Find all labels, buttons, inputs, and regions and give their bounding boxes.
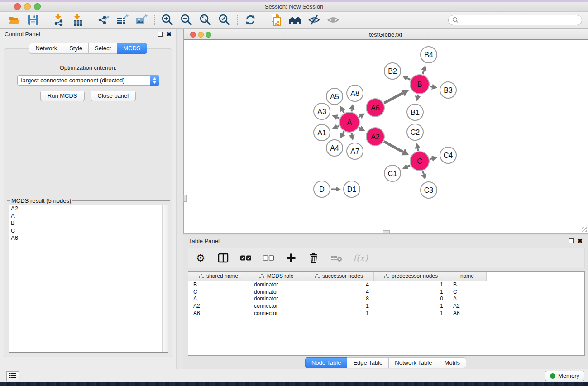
mcds-result-list[interactable]: A2ABCA6 — [9, 205, 168, 353]
open-session-button[interactable] — [7, 13, 21, 27]
graph-edge[interactable] — [337, 117, 339, 118]
graph-edge[interactable] — [418, 148, 418, 151]
column-header-name[interactable]: name — [448, 272, 487, 281]
table-cell[interactable]: dominator — [249, 281, 304, 288]
table-cell[interactable]: C — [448, 289, 487, 295]
search-input[interactable] — [461, 17, 578, 23]
tab-network[interactable]: Network — [29, 43, 63, 54]
graph-edge[interactable] — [351, 133, 352, 135]
resize-grip-icon[interactable] — [582, 227, 587, 232]
frame-resize-handle[interactable] — [383, 230, 390, 234]
show-graphics-details-button[interactable] — [326, 13, 340, 27]
result-item[interactable]: B — [9, 219, 168, 227]
table-cell[interactable]: A6 — [188, 310, 249, 316]
network-canvas[interactable]: AA6A2BCA5A8A3A1A4A7B2B4B3B1C2C1C4C3DD1 — [184, 40, 588, 233]
select-all-columns-button[interactable] — [240, 252, 252, 264]
unselect-all-columns-button[interactable] — [263, 252, 274, 264]
delete-column-button[interactable] — [308, 252, 320, 264]
hide-graphics-details-button[interactable] — [307, 13, 321, 27]
float-panel-icon[interactable] — [158, 32, 163, 37]
graph-edge[interactable] — [351, 110, 352, 112]
close-panel-button[interactable]: Close panel — [91, 91, 136, 101]
column-header-predecessor-nodes[interactable]: predecessor nodes — [374, 272, 448, 281]
import-table-button[interactable] — [71, 13, 85, 27]
tab-motifs[interactable]: Motifs — [438, 357, 466, 368]
table-row[interactable]: A2connector11A2 — [188, 302, 584, 310]
tab-node-table[interactable]: Node Table — [305, 357, 348, 368]
float-table-panel-icon[interactable] — [569, 238, 574, 243]
table-cell[interactable]: dominator — [249, 295, 304, 302]
table-cell[interactable]: 1 — [374, 303, 448, 309]
table-cell[interactable]: B — [448, 281, 487, 288]
close-panel-icon[interactable]: ✖ — [167, 32, 172, 37]
table-cell[interactable]: 1 — [374, 281, 448, 288]
table-cell[interactable]: dominator — [249, 289, 304, 295]
table-cell[interactable]: A2 — [188, 303, 249, 309]
delete-table-button[interactable] — [330, 252, 342, 264]
graph-edge[interactable] — [384, 93, 403, 103]
zoom-out-button[interactable] — [180, 13, 193, 27]
result-item[interactable]: A2 — [9, 205, 168, 212]
graph-edge[interactable] — [384, 142, 403, 152]
create-column-button[interactable] — [285, 252, 297, 264]
column-header-MCDS-role[interactable]: MCDS role — [249, 272, 304, 281]
graph-edge[interactable] — [343, 132, 344, 134]
panel-splitter[interactable] — [177, 29, 183, 369]
export-table-button[interactable] — [116, 13, 129, 27]
memory-button[interactable]: Memory — [545, 371, 584, 381]
show-panels-button[interactable] — [6, 371, 19, 381]
graph-edge[interactable] — [423, 171, 424, 174]
column-layout-button[interactable] — [217, 252, 229, 264]
table-cell[interactable]: 1 — [374, 289, 448, 295]
table-settings-button[interactable]: ⚙ — [195, 252, 206, 264]
import-network-button[interactable] — [52, 13, 66, 27]
table-cell[interactable]: connector — [249, 303, 304, 309]
table-cell[interactable]: A — [448, 295, 487, 302]
frame-resize-handle[interactable] — [183, 195, 187, 202]
run-mcds-button[interactable]: Run MCDS — [40, 91, 85, 101]
table-cell[interactable]: 1 — [304, 303, 374, 309]
tab-edge-table[interactable]: Edge Table — [347, 357, 389, 368]
tab-network-table[interactable]: Network Table — [388, 357, 438, 368]
node-table[interactable]: shared nameMCDS rolesuccessor nodesprede… — [188, 271, 585, 356]
zoom-selected-button[interactable] — [218, 13, 231, 27]
table-cell[interactable]: C — [188, 289, 249, 295]
export-network-button[interactable] — [97, 13, 110, 27]
table-row[interactable]: Adominator80A — [188, 295, 584, 303]
graph-edge[interactable] — [418, 95, 418, 96]
result-item[interactable]: A6 — [9, 234, 168, 242]
result-item[interactable]: A — [9, 212, 168, 219]
zoom-in-button[interactable] — [161, 13, 174, 27]
refresh-view-button[interactable] — [244, 13, 257, 27]
graph-edge[interactable] — [337, 126, 339, 127]
tab-mcds[interactable]: MCDS — [117, 43, 147, 54]
graph-edge[interactable] — [359, 128, 360, 129]
table-cell[interactable]: connector — [249, 310, 304, 316]
table-row[interactable]: Bdominator41B — [188, 281, 584, 288]
scrollbar[interactable] — [162, 205, 168, 352]
table-cell[interactable]: 1 — [304, 310, 374, 316]
network-window-titlebar[interactable]: testGlobe.txt — [184, 29, 588, 40]
table-cell[interactable]: 8 — [304, 295, 374, 302]
graph-edge[interactable] — [407, 165, 410, 167]
tab-select[interactable]: Select — [88, 43, 117, 54]
search-field[interactable] — [448, 15, 582, 25]
graph-edge[interactable] — [343, 110, 344, 113]
graph-edge[interactable] — [359, 116, 360, 117]
graph-edge[interactable] — [430, 86, 432, 87]
table-cell[interactable]: 0 — [374, 295, 448, 302]
result-item[interactable]: C — [9, 227, 168, 234]
table-cell[interactable]: A6 — [448, 310, 487, 316]
table-row[interactable]: Cdominator41C — [188, 288, 584, 295]
export-image-button[interactable] — [135, 13, 148, 27]
table-row[interactable]: A6connector11A6 — [188, 310, 584, 317]
column-header-shared-name[interactable]: shared name — [188, 272, 249, 281]
graph-edge[interactable] — [423, 71, 424, 74]
home-view-button[interactable] — [288, 13, 302, 27]
tab-style[interactable]: Style — [63, 43, 89, 54]
close-table-panel-icon[interactable]: ✖ — [578, 238, 583, 243]
table-cell[interactable]: B — [188, 281, 249, 288]
table-cell[interactable]: A — [188, 295, 249, 302]
table-cell[interactable]: 4 — [304, 281, 374, 288]
function-builder-button[interactable]: f(x) — [353, 252, 368, 264]
